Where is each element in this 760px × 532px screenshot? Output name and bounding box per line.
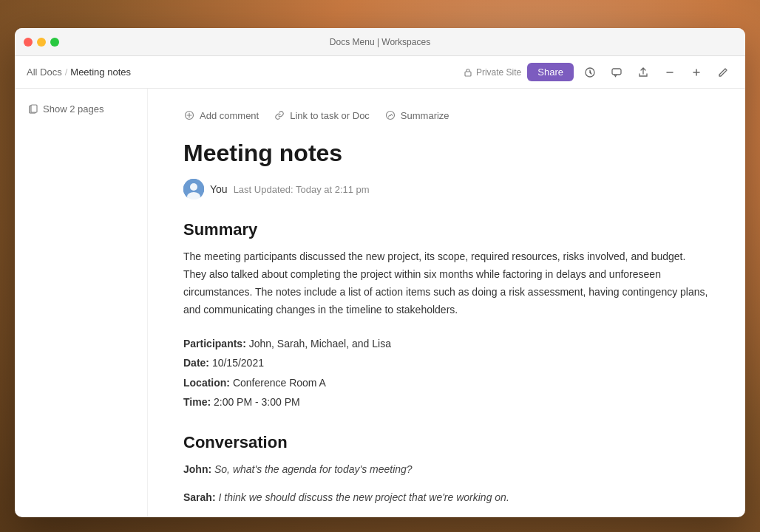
close-button[interactable] [24,38,33,47]
location-value: Conference Room A [233,377,326,389]
author-name: You [210,183,228,195]
action-bar: Add comment Link to task or Doc [183,106,710,124]
share-button[interactable]: Share [527,63,574,81]
plus-icon [691,66,702,78]
add-comment-icon [183,109,195,121]
link-task-button[interactable]: Link to task or Doc [274,106,370,124]
summarize-icon [384,109,396,121]
export-icon-button[interactable] [633,62,654,83]
summarize-button[interactable]: Summarize [384,106,449,124]
speech-1: So, what's the agenda for today's meetin… [214,463,413,475]
summary-text: The meeting participants discussed the n… [183,248,710,318]
comment-icon-button[interactable] [606,62,627,83]
toolbar-right: Private Site Share [463,62,733,83]
export-icon [637,66,649,78]
last-updated: Last Updated: Today at 2:11 pm [234,184,370,195]
svg-rect-2 [612,69,621,75]
toolbar: All Docs / Meeting notes Private Site Sh… [15,56,745,89]
date-row: Date: 10/15/2021 [183,353,710,373]
private-site-label: Private Site [463,67,521,78]
conversation-heading: Conversation [183,433,710,452]
breadcrumb: All Docs / Meeting notes [27,66,131,78]
show-pages-label: Show 2 pages [43,103,104,115]
zoom-in-button[interactable] [686,62,707,83]
edit-icon [717,66,729,78]
svg-rect-4 [31,105,37,112]
location-row: Location: Conference Room A [183,373,710,393]
participants-label: Participants: [183,338,246,349]
svg-point-8 [190,183,197,191]
minimize-button[interactable] [37,38,46,47]
link-chain-icon [274,110,285,120]
comment-add-icon [184,110,194,120]
location-label: Location: [183,377,230,389]
traffic-lights [24,38,59,47]
minus-icon [664,66,676,78]
time-row: Time: 2:00 PM - 3:00 PM [183,392,710,412]
document-title: Meeting notes [183,139,710,167]
zoom-out-button[interactable] [659,62,680,83]
participants-row: Participants: John, Sarah, Michael, and … [183,334,710,354]
speech-2: I think we should discuss the new projec… [218,491,509,503]
author-info: You Last Updated: Today at 2:11 pm [183,179,710,200]
author-avatar [183,179,204,200]
link-icon [274,109,285,121]
private-site-text: Private Site [476,67,521,78]
summary-heading: Summary [183,220,710,239]
conversation-entry-2: Sarah: I think we should discuss the new… [183,489,710,505]
window-title: Docs Menu | Workspaces [330,37,430,47]
lock-icon [463,67,473,78]
main-area: Show 2 pages Add comment [15,89,745,517]
maximize-button[interactable] [50,38,59,47]
date-value: 10/15/2021 [212,357,264,369]
document-content[interactable]: Add comment Link to task or Doc [148,89,745,517]
conversation-entry-1: John: So, what's the agenda for today's … [183,461,710,477]
date-label: Date: [183,357,209,369]
history-icon-button[interactable] [580,62,600,83]
summarize-label: Summarize [401,110,449,121]
ai-summarize-icon [385,110,396,120]
speaker-1: John: [183,463,211,475]
link-task-label: Link to task or Doc [290,110,370,121]
history-icon [584,66,596,78]
edit-button[interactable] [713,62,733,83]
breadcrumb-current: Meeting notes [70,66,131,78]
title-bar: Docs Menu | Workspaces [15,28,745,56]
info-list: Participants: John, Sarah, Michael, and … [183,334,710,412]
time-value: 2:00 PM - 3:00 PM [214,396,300,408]
comment-icon [611,66,622,78]
participants-value: John, Sarah, Michael, and Lisa [249,338,391,349]
pages-icon [28,104,38,115]
add-comment-button[interactable]: Add comment [183,106,259,124]
svg-rect-0 [465,72,471,76]
speaker-2: Sarah: [183,491,216,503]
sidebar: Show 2 pages [15,89,148,517]
add-comment-label: Add comment [200,110,259,121]
time-label: Time: [183,396,211,408]
show-pages-button[interactable]: Show 2 pages [24,100,138,117]
breadcrumb-separator: / [65,66,68,78]
avatar-icon [183,179,204,200]
breadcrumb-parent[interactable]: All Docs [27,66,62,78]
app-window: Docs Menu | Workspaces All Docs / Meetin… [15,28,745,517]
